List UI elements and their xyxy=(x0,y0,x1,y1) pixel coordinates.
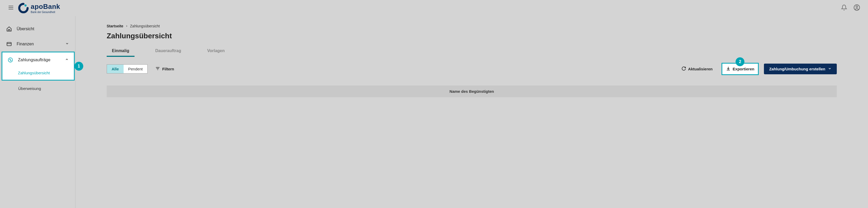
sidebar-item-finances[interactable]: Finanzen xyxy=(0,36,75,52)
breadcrumb: Startseite Zahlungsübersicht xyxy=(107,24,837,28)
user-icon[interactable] xyxy=(854,4,860,12)
refresh-button[interactable]: Aktualisieren xyxy=(678,63,716,74)
column-header-beneficiary: Name des Begünstigten xyxy=(450,89,494,94)
annotation-badge-1: 1 xyxy=(74,62,83,71)
logo-mark-icon xyxy=(18,3,29,13)
segment-pending[interactable]: Pendent xyxy=(124,64,148,73)
chevron-right-icon xyxy=(125,24,128,28)
tab-onetime[interactable]: Einmalig xyxy=(107,46,134,56)
payment-icon xyxy=(7,57,13,63)
filter-label: Filtern xyxy=(162,67,174,71)
sidebar-item-payment-orders[interactable]: Zahlungsaufträge xyxy=(2,52,74,68)
logo-name: apoBank xyxy=(31,3,60,11)
sidebar-item-overview[interactable]: Übersicht xyxy=(0,21,75,36)
sidebar-item-label: Zahlungsaufträge xyxy=(18,58,51,62)
app-header: apoBank Bank der Gesundheit xyxy=(0,0,868,16)
svg-point-5 xyxy=(856,6,858,8)
tab-templates[interactable]: Vorlagen xyxy=(202,46,230,56)
export-button[interactable]: 2 Exportieren xyxy=(721,63,759,75)
segmented-control: Alle Pendent xyxy=(107,64,148,74)
bell-icon[interactable] xyxy=(841,4,847,12)
logo-tagline: Bank der Gesundheit xyxy=(31,11,60,14)
create-payment-button[interactable]: Zahlung/Umbuchung erstellen xyxy=(764,63,837,74)
svg-rect-6 xyxy=(7,43,11,46)
toolbar-right: Aktualisieren 2 Exportieren Zahlung/Umbu… xyxy=(678,63,837,75)
svg-point-3 xyxy=(25,4,27,6)
main-content: Startseite Zahlungsübersicht Zahlungsübe… xyxy=(75,16,868,208)
sidebar-highlight-block: Zahlungsaufträge Zahlungsübersicht 1 xyxy=(2,52,75,81)
header-left: apoBank Bank der Gesundheit xyxy=(8,3,60,14)
breadcrumb-current: Zahlungsübersicht xyxy=(130,24,160,28)
sidebar-item-label: Finanzen xyxy=(17,42,34,46)
sidebar-item-label: Zahlungsübersicht xyxy=(18,71,50,75)
sidebar: Übersicht Finanzen xyxy=(0,16,75,208)
table-header: Name des Begünstigten xyxy=(107,85,837,97)
download-icon xyxy=(726,66,731,72)
refresh-icon xyxy=(681,66,686,72)
annotation-badge-2: 2 xyxy=(736,57,744,66)
sidebar-subitem-payment-overview[interactable]: Zahlungsübersicht xyxy=(2,68,74,80)
sidebar-item-label: Übersicht xyxy=(17,27,34,31)
breadcrumb-home[interactable]: Startseite xyxy=(107,24,123,28)
tab-label: Dauerauftrag xyxy=(155,49,181,53)
logo[interactable]: apoBank Bank der Gesundheit xyxy=(18,3,60,14)
create-label: Zahlung/Umbuchung erstellen xyxy=(769,67,825,71)
chevron-down-icon xyxy=(65,42,69,46)
sidebar-item-label: Überweisung xyxy=(18,86,41,91)
chevron-up-icon xyxy=(65,58,69,62)
sidebar-subitem-transfer[interactable]: Überweisung xyxy=(0,81,75,97)
header-right xyxy=(841,4,860,12)
export-label: Exportieren xyxy=(733,67,754,71)
tab-label: Einmalig xyxy=(112,49,129,53)
toolbar-left: Alle Pendent Filtern xyxy=(107,64,174,74)
chevron-down-icon xyxy=(828,67,832,71)
logo-text: apoBank Bank der Gesundheit xyxy=(31,3,60,14)
segment-all[interactable]: Alle xyxy=(107,64,124,73)
tab-standing-order[interactable]: Dauerauftrag xyxy=(150,46,187,56)
home-icon xyxy=(6,26,12,32)
tabs: Einmalig Dauerauftrag Vorlagen xyxy=(107,46,837,57)
menu-icon[interactable] xyxy=(8,4,14,12)
finances-icon xyxy=(6,41,12,47)
refresh-label: Aktualisieren xyxy=(688,67,713,71)
toolbar: Alle Pendent Filtern xyxy=(107,63,837,75)
filter-icon xyxy=(155,66,160,72)
page-title: Zahlungsübersicht xyxy=(107,32,837,40)
tab-label: Vorlagen xyxy=(207,49,224,53)
filter-button[interactable]: Filtern xyxy=(155,66,174,72)
